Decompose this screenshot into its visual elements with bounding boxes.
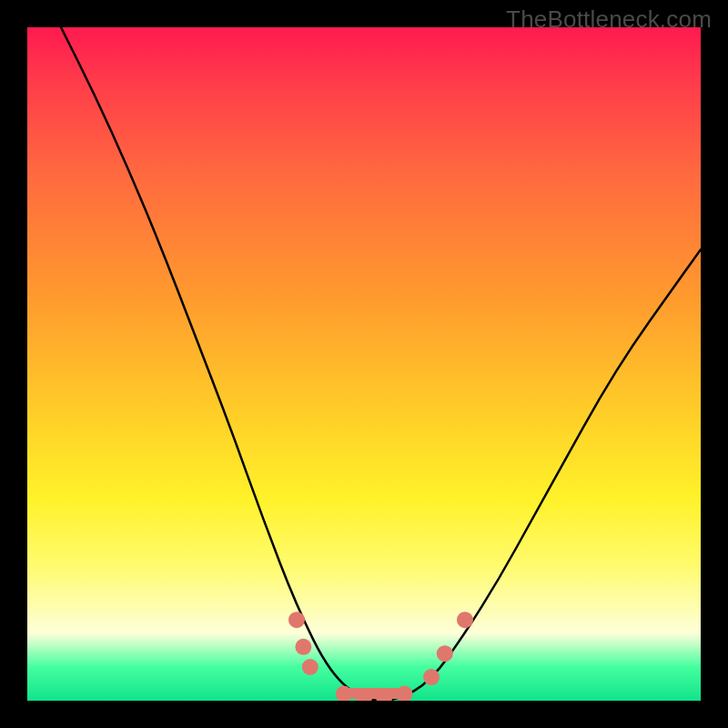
chart-svg: [27, 27, 701, 701]
curve-marker: [288, 612, 305, 628]
curve-marker: [295, 639, 311, 655]
curve-path: [61, 27, 701, 701]
curve-marker: [423, 669, 440, 685]
chart-plot-area: [27, 27, 701, 701]
curve-marker-pill: [337, 688, 410, 699]
curve-markers-group: [288, 612, 473, 701]
curve-marker: [302, 659, 318, 675]
curve-marker: [437, 645, 453, 662]
curve-marker: [457, 612, 473, 628]
bottleneck-curve-line: [61, 27, 701, 701]
